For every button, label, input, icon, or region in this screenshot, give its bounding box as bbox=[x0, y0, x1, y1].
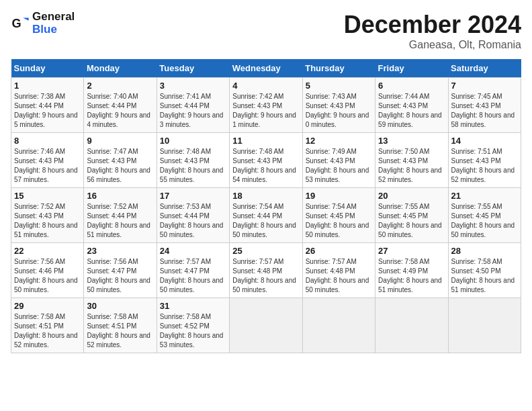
calendar-cell: 12Sunrise: 7:49 AM Sunset: 4:43 PM Dayli… bbox=[302, 133, 375, 188]
day-number: 16 bbox=[87, 191, 153, 201]
calendar-body: 1Sunrise: 7:38 AM Sunset: 4:44 PM Daylig… bbox=[11, 78, 521, 353]
day-info: Sunrise: 7:58 AM Sunset: 4:51 PM Dayligh… bbox=[87, 312, 153, 350]
day-number: 6 bbox=[378, 81, 445, 91]
day-number: 1 bbox=[14, 81, 81, 91]
day-info: Sunrise: 7:55 AM Sunset: 4:45 PM Dayligh… bbox=[378, 202, 445, 240]
calendar-cell: 28Sunrise: 7:58 AM Sunset: 4:50 PM Dayli… bbox=[448, 243, 521, 298]
calendar-cell: 3Sunrise: 7:41 AM Sunset: 4:44 PM Daylig… bbox=[157, 78, 229, 133]
column-header-tuesday: Tuesday bbox=[157, 59, 229, 78]
day-number: 26 bbox=[306, 246, 372, 256]
logo: G General Blue bbox=[11, 11, 75, 36]
day-info: Sunrise: 7:44 AM Sunset: 4:43 PM Dayligh… bbox=[378, 92, 445, 130]
day-info: Sunrise: 7:57 AM Sunset: 4:48 PM Dayligh… bbox=[232, 257, 299, 295]
calendar-cell: 18Sunrise: 7:54 AM Sunset: 4:44 PM Dayli… bbox=[230, 188, 302, 243]
day-info: Sunrise: 7:43 AM Sunset: 4:43 PM Dayligh… bbox=[306, 92, 372, 130]
column-header-sunday: Sunday bbox=[11, 59, 84, 78]
day-info: Sunrise: 7:42 AM Sunset: 4:43 PM Dayligh… bbox=[232, 92, 299, 130]
calendar-cell: 14Sunrise: 7:51 AM Sunset: 4:43 PM Dayli… bbox=[448, 133, 521, 188]
calendar-cell: 16Sunrise: 7:52 AM Sunset: 4:44 PM Dayli… bbox=[84, 188, 157, 243]
calendar-cell: 21Sunrise: 7:55 AM Sunset: 4:45 PM Dayli… bbox=[448, 188, 521, 243]
day-number: 18 bbox=[232, 191, 299, 201]
calendar-cell: 19Sunrise: 7:54 AM Sunset: 4:45 PM Dayli… bbox=[302, 188, 375, 243]
column-header-thursday: Thursday bbox=[302, 59, 375, 78]
column-header-friday: Friday bbox=[375, 59, 448, 78]
calendar-week-2: 15Sunrise: 7:52 AM Sunset: 4:43 PM Dayli… bbox=[11, 188, 521, 243]
calendar-cell: 27Sunrise: 7:58 AM Sunset: 4:49 PM Dayli… bbox=[375, 243, 448, 298]
calendar-cell: 6Sunrise: 7:44 AM Sunset: 4:43 PM Daylig… bbox=[375, 78, 448, 133]
calendar-table: SundayMondayTuesdayWednesdayThursdayFrid… bbox=[11, 59, 521, 353]
day-info: Sunrise: 7:58 AM Sunset: 4:50 PM Dayligh… bbox=[451, 257, 518, 295]
day-info: Sunrise: 7:54 AM Sunset: 4:44 PM Dayligh… bbox=[232, 202, 299, 240]
day-number: 5 bbox=[306, 81, 372, 91]
day-info: Sunrise: 7:47 AM Sunset: 4:43 PM Dayligh… bbox=[87, 147, 153, 185]
calendar-cell: 22Sunrise: 7:56 AM Sunset: 4:46 PM Dayli… bbox=[11, 243, 84, 298]
day-number: 12 bbox=[306, 136, 372, 146]
day-number: 10 bbox=[160, 136, 226, 146]
day-info: Sunrise: 7:51 AM Sunset: 4:43 PM Dayligh… bbox=[451, 147, 518, 185]
calendar-week-1: 8Sunrise: 7:46 AM Sunset: 4:43 PM Daylig… bbox=[11, 133, 521, 188]
calendar-cell: 24Sunrise: 7:57 AM Sunset: 4:47 PM Dayli… bbox=[157, 243, 229, 298]
svg-text:G: G bbox=[11, 16, 21, 30]
day-number: 8 bbox=[14, 136, 81, 146]
calendar-cell: 2Sunrise: 7:40 AM Sunset: 4:44 PM Daylig… bbox=[84, 78, 157, 133]
column-header-monday: Monday bbox=[84, 59, 157, 78]
day-number: 4 bbox=[232, 81, 299, 91]
day-info: Sunrise: 7:46 AM Sunset: 4:43 PM Dayligh… bbox=[14, 147, 81, 185]
day-info: Sunrise: 7:52 AM Sunset: 4:44 PM Dayligh… bbox=[87, 202, 153, 240]
day-number: 13 bbox=[378, 136, 445, 146]
day-info: Sunrise: 7:58 AM Sunset: 4:51 PM Dayligh… bbox=[14, 312, 81, 350]
day-number: 28 bbox=[451, 246, 518, 256]
day-info: Sunrise: 7:54 AM Sunset: 4:45 PM Dayligh… bbox=[306, 202, 372, 240]
logo-icon: G bbox=[11, 14, 30, 33]
calendar-cell: 11Sunrise: 7:48 AM Sunset: 4:43 PM Dayli… bbox=[230, 133, 302, 188]
calendar-cell: 20Sunrise: 7:55 AM Sunset: 4:45 PM Dayli… bbox=[375, 188, 448, 243]
calendar-cell: 9Sunrise: 7:47 AM Sunset: 4:43 PM Daylig… bbox=[84, 133, 157, 188]
column-header-wednesday: Wednesday bbox=[230, 59, 302, 78]
column-header-saturday: Saturday bbox=[448, 59, 521, 78]
day-number: 25 bbox=[232, 246, 299, 256]
day-number: 29 bbox=[14, 301, 81, 311]
calendar-cell: 17Sunrise: 7:53 AM Sunset: 4:44 PM Dayli… bbox=[157, 188, 229, 243]
logo-line2: Blue bbox=[32, 24, 75, 36]
calendar-cell bbox=[230, 298, 302, 353]
title-area: December 2024 Ganeasa, Olt, Romania bbox=[344, 11, 521, 51]
calendar-cell: 13Sunrise: 7:50 AM Sunset: 4:43 PM Dayli… bbox=[375, 133, 448, 188]
calendar-cell: 8Sunrise: 7:46 AM Sunset: 4:43 PM Daylig… bbox=[11, 133, 84, 188]
calendar-cell bbox=[302, 298, 375, 353]
day-info: Sunrise: 7:52 AM Sunset: 4:43 PM Dayligh… bbox=[14, 202, 81, 240]
subtitle: Ganeasa, Olt, Romania bbox=[344, 39, 521, 51]
day-number: 14 bbox=[451, 136, 518, 146]
day-number: 20 bbox=[378, 191, 445, 201]
day-number: 17 bbox=[160, 191, 226, 201]
day-number: 24 bbox=[160, 246, 226, 256]
calendar-week-0: 1Sunrise: 7:38 AM Sunset: 4:44 PM Daylig… bbox=[11, 78, 521, 133]
day-info: Sunrise: 7:38 AM Sunset: 4:44 PM Dayligh… bbox=[14, 92, 81, 130]
day-info: Sunrise: 7:45 AM Sunset: 4:43 PM Dayligh… bbox=[451, 92, 518, 130]
calendar-cell: 4Sunrise: 7:42 AM Sunset: 4:43 PM Daylig… bbox=[230, 78, 302, 133]
day-info: Sunrise: 7:48 AM Sunset: 4:43 PM Dayligh… bbox=[232, 147, 299, 185]
day-info: Sunrise: 7:41 AM Sunset: 4:44 PM Dayligh… bbox=[160, 92, 226, 130]
day-number: 22 bbox=[14, 246, 81, 256]
day-info: Sunrise: 7:55 AM Sunset: 4:45 PM Dayligh… bbox=[451, 202, 518, 240]
day-number: 2 bbox=[87, 81, 153, 91]
day-number: 3 bbox=[160, 81, 226, 91]
calendar-cell: 15Sunrise: 7:52 AM Sunset: 4:43 PM Dayli… bbox=[11, 188, 84, 243]
day-info: Sunrise: 7:53 AM Sunset: 4:44 PM Dayligh… bbox=[160, 202, 226, 240]
calendar-week-4: 29Sunrise: 7:58 AM Sunset: 4:51 PM Dayli… bbox=[11, 298, 521, 353]
day-number: 27 bbox=[378, 246, 445, 256]
calendar-cell bbox=[375, 298, 448, 353]
calendar-header-row: SundayMondayTuesdayWednesdayThursdayFrid… bbox=[11, 59, 521, 78]
calendar-week-3: 22Sunrise: 7:56 AM Sunset: 4:46 PM Dayli… bbox=[11, 243, 521, 298]
calendar-cell: 31Sunrise: 7:58 AM Sunset: 4:52 PM Dayli… bbox=[157, 298, 229, 353]
day-number: 11 bbox=[232, 136, 299, 146]
day-info: Sunrise: 7:49 AM Sunset: 4:43 PM Dayligh… bbox=[306, 147, 372, 185]
logo-line1: General bbox=[32, 11, 75, 24]
calendar-cell bbox=[448, 298, 521, 353]
calendar-cell: 23Sunrise: 7:56 AM Sunset: 4:47 PM Dayli… bbox=[84, 243, 157, 298]
calendar-cell: 25Sunrise: 7:57 AM Sunset: 4:48 PM Dayli… bbox=[230, 243, 302, 298]
day-info: Sunrise: 7:50 AM Sunset: 4:43 PM Dayligh… bbox=[378, 147, 445, 185]
day-info: Sunrise: 7:58 AM Sunset: 4:49 PM Dayligh… bbox=[378, 257, 445, 295]
header: G General Blue December 2024 Ganeasa, Ol… bbox=[11, 11, 521, 51]
day-number: 9 bbox=[87, 136, 153, 146]
day-info: Sunrise: 7:57 AM Sunset: 4:48 PM Dayligh… bbox=[306, 257, 372, 295]
